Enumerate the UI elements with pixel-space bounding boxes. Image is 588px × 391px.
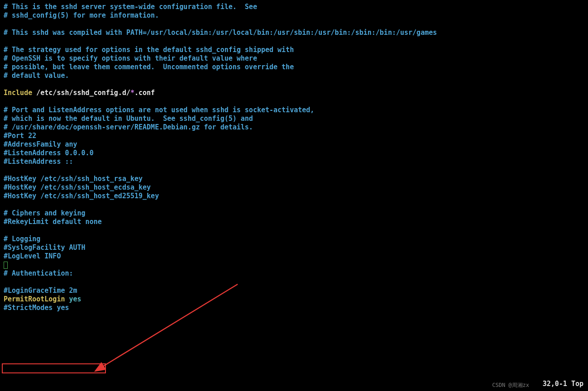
config-line: #HostKey /etc/ssh/ssh_host_rsa_key: [4, 175, 143, 183]
include-keyword: Include: [4, 89, 32, 97]
config-line: #HostKey /etc/ssh/ssh_host_ed25519_key: [4, 192, 159, 200]
config-line: #ListenAddress 0.0.0.0: [4, 149, 94, 157]
permit-root-login-line: PermitRootLogin yes: [4, 295, 81, 303]
cursor-line: [4, 261, 8, 269]
config-line: #AddressFamily any: [4, 140, 77, 148]
config-line: # Logging: [4, 235, 40, 243]
config-line: # OpenSSH is to specify options with the…: [4, 54, 257, 62]
include-glob: *: [130, 89, 134, 97]
watermark-text: CSDN @周湘zx: [492, 381, 529, 390]
cursor-position: 32,0-1: [543, 380, 567, 388]
highlight-rectangle: [2, 363, 106, 373]
terminal-content[interactable]: # This is the sshd server system-wide co…: [4, 3, 584, 312]
cursor-icon: [4, 262, 8, 269]
config-line: #SyslogFacility AUTH: [4, 243, 86, 252]
config-line: #Port 22: [4, 132, 36, 140]
config-line: #ListenAddress ::: [4, 157, 73, 166]
permit-key: PermitRootLogin: [4, 295, 65, 303]
config-line: # default value.: [4, 72, 69, 80]
config-line: # sshd_config(5) for more information.: [4, 11, 159, 19]
config-line: # The strategy used for options in the d…: [4, 46, 294, 54]
config-line: #LogLevel INFO: [4, 252, 61, 260]
config-line: # This sshd was compiled with PATH=/usr/…: [4, 29, 437, 37]
scroll-indicator: Top: [571, 380, 583, 388]
config-line: # possible, but leave them commented. Un…: [4, 63, 294, 71]
permit-value: yes: [65, 295, 81, 303]
include-line: Include /etc/ssh/sshd_config.d/*.conf: [4, 89, 155, 97]
config-line: #HostKey /etc/ssh/ssh_host_ecdsa_key: [4, 183, 151, 191]
include-path: /etc/ssh/sshd_config.d/: [32, 89, 130, 97]
config-line: #StrictModes yes: [4, 304, 69, 312]
config-line: # This is the sshd server system-wide co…: [4, 3, 257, 11]
include-ext: .conf: [134, 89, 155, 97]
config-line: # which is now the default in Ubuntu. Se…: [4, 114, 253, 123]
config-line: # /usr/share/doc/openssh-server/README.D…: [4, 123, 253, 131]
config-line: #LoginGraceTime 2m: [4, 286, 77, 295]
config-line: # Authentication:: [4, 269, 73, 277]
config-line: # Port and ListenAddress options are not…: [4, 106, 314, 114]
config-line: # Ciphers and keying: [4, 209, 86, 217]
vim-status-bar: 32,0-1 Top: [543, 380, 583, 388]
config-line: #RekeyLimit default none: [4, 218, 102, 226]
